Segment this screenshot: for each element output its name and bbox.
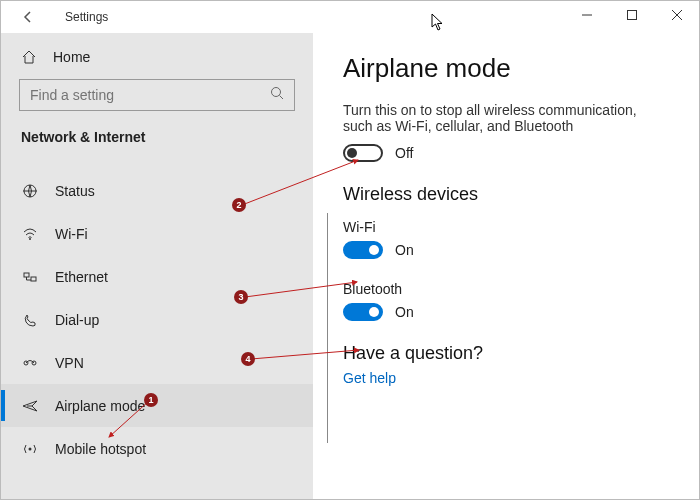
bluetooth-toggle[interactable] bbox=[343, 303, 383, 321]
wifi-state-label: On bbox=[395, 242, 414, 258]
airplane-icon bbox=[21, 398, 39, 414]
search-box[interactable] bbox=[19, 79, 295, 111]
sidebar-item-status[interactable]: Status bbox=[1, 169, 313, 212]
annotation-marker-3: 3 bbox=[234, 290, 248, 304]
sidebar-item-label: Ethernet bbox=[55, 269, 108, 285]
svg-rect-7 bbox=[24, 273, 29, 277]
bluetooth-state-label: On bbox=[395, 304, 414, 320]
window-title: Settings bbox=[65, 10, 108, 24]
sidebar-home[interactable]: Home bbox=[1, 41, 313, 75]
wireless-heading: Wireless devices bbox=[343, 184, 669, 205]
sidebar-item-label: Wi-Fi bbox=[55, 226, 88, 242]
close-button[interactable] bbox=[654, 1, 699, 29]
page-description: Turn this on to stop all wireless commun… bbox=[343, 102, 669, 134]
svg-rect-8 bbox=[31, 277, 36, 281]
sidebar-item-label: Airplane mode bbox=[55, 398, 145, 414]
sidebar-item-label: Mobile hotspot bbox=[55, 441, 146, 457]
section-label: Network & Internet bbox=[1, 125, 313, 155]
airplane-state-label: Off bbox=[395, 145, 413, 161]
back-icon[interactable] bbox=[19, 8, 37, 26]
sidebar-item-label: Status bbox=[55, 183, 95, 199]
sidebar: Home Network & Internet Status Wi-Fi Eth… bbox=[1, 33, 313, 499]
ethernet-icon bbox=[21, 269, 39, 285]
window-controls bbox=[564, 1, 699, 29]
search-icon bbox=[270, 86, 284, 104]
question-heading: Have a question? bbox=[343, 343, 669, 364]
status-icon bbox=[21, 183, 39, 199]
airplane-toggle[interactable] bbox=[343, 144, 383, 162]
sidebar-item-airplane-mode[interactable]: Airplane mode bbox=[1, 384, 313, 427]
svg-point-6 bbox=[29, 238, 31, 240]
sidebar-item-label: VPN bbox=[55, 355, 84, 371]
main-panel: Airplane mode Turn this on to stop all w… bbox=[313, 33, 699, 499]
bluetooth-label: Bluetooth bbox=[343, 281, 669, 297]
scrollbar-indicator[interactable] bbox=[327, 213, 328, 443]
svg-line-3 bbox=[280, 96, 284, 100]
annotation-marker-2: 2 bbox=[232, 198, 246, 212]
annotation-marker-1: 1 bbox=[144, 393, 158, 407]
svg-rect-1 bbox=[627, 11, 636, 20]
sidebar-item-vpn[interactable]: VPN bbox=[1, 341, 313, 384]
sidebar-item-ethernet[interactable]: Ethernet bbox=[1, 255, 313, 298]
svg-point-2 bbox=[272, 88, 281, 97]
wifi-icon bbox=[21, 226, 39, 242]
maximize-button[interactable] bbox=[609, 1, 654, 29]
search-input[interactable] bbox=[30, 87, 270, 103]
get-help-link[interactable]: Get help bbox=[343, 370, 669, 386]
home-label: Home bbox=[53, 49, 90, 65]
dialup-icon bbox=[21, 312, 39, 328]
svg-point-11 bbox=[29, 447, 32, 450]
hotspot-icon bbox=[21, 441, 39, 457]
sidebar-item-dialup[interactable]: Dial-up bbox=[1, 298, 313, 341]
sidebar-item-wifi[interactable]: Wi-Fi bbox=[1, 212, 313, 255]
page-title: Airplane mode bbox=[343, 53, 669, 84]
sidebar-item-mobile-hotspot[interactable]: Mobile hotspot bbox=[1, 427, 313, 470]
annotation-marker-4: 4 bbox=[241, 352, 255, 366]
home-icon bbox=[21, 49, 39, 65]
nav-list: Status Wi-Fi Ethernet Dial-up VPN Airpla… bbox=[1, 169, 313, 470]
cursor-icon bbox=[431, 13, 445, 35]
wifi-toggle[interactable] bbox=[343, 241, 383, 259]
vpn-icon bbox=[21, 355, 39, 371]
titlebar: Settings bbox=[1, 1, 699, 33]
wifi-label: Wi-Fi bbox=[343, 219, 669, 235]
minimize-button[interactable] bbox=[564, 1, 609, 29]
sidebar-item-label: Dial-up bbox=[55, 312, 99, 328]
